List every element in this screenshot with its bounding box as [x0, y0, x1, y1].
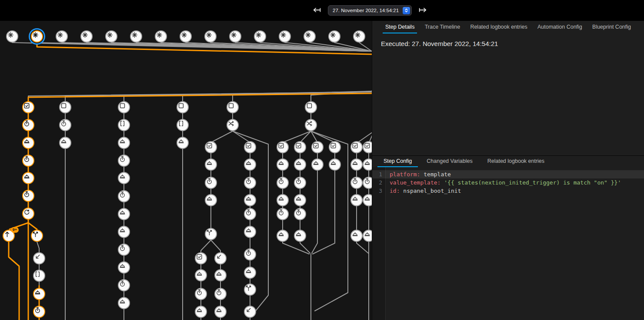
node-timer[interactable] — [277, 208, 289, 220]
node-checkbox-marked[interactable] — [195, 252, 207, 264]
node-service-bell[interactable] — [214, 269, 227, 281]
node-asterisk[interactable] — [31, 30, 43, 43]
node-service-bell[interactable] — [350, 194, 363, 206]
node-service-bell[interactable] — [118, 297, 130, 309]
node-service-bell[interactable] — [59, 137, 71, 149]
node-checkbox-blank[interactable] — [305, 101, 317, 113]
node-asterisk[interactable] — [279, 30, 291, 43]
trace-select[interactable]: 27. November 2022, 14:54:21 — [328, 5, 412, 16]
node-service-bell[interactable] — [294, 230, 306, 242]
node-timer[interactable] — [244, 208, 256, 220]
node-asterisk[interactable] — [229, 30, 241, 43]
tab-step-details[interactable]: Step Details — [383, 21, 417, 33]
node-asterisk[interactable] — [80, 30, 93, 43]
node-checkbox-blank[interactable] — [227, 101, 239, 113]
tab-trace-timeline[interactable]: Trace Timeline — [422, 21, 463, 33]
node-checkbox-marked[interactable] — [311, 141, 324, 153]
node-repeat[interactable] — [22, 208, 34, 220]
node-timer[interactable] — [350, 177, 363, 189]
node-asterisk[interactable] — [204, 30, 217, 43]
node-checkbox-marked[interactable] — [205, 141, 217, 153]
node-timer[interactable] — [22, 119, 34, 131]
node-service-bell[interactable] — [311, 158, 324, 171]
node-service-bell[interactable] — [214, 306, 227, 318]
node-arrow-bottom-left[interactable] — [214, 252, 227, 264]
tab-related-logbook-entries[interactable]: Related logbook entries — [467, 21, 530, 33]
node-arrow-bottom-left[interactable] — [33, 252, 45, 264]
node-timer[interactable] — [22, 190, 34, 202]
node-timer[interactable] — [59, 119, 71, 131]
node-checkbox-marked[interactable] — [329, 141, 341, 153]
node-service-bell[interactable] — [244, 226, 256, 238]
node-checkbox-blank[interactable] — [177, 101, 189, 113]
node-call-split[interactable] — [244, 284, 256, 296]
node-timer[interactable] — [294, 208, 306, 220]
node-service-bell[interactable] — [118, 208, 130, 220]
node-asterisk[interactable] — [155, 30, 167, 43]
node-asterisk[interactable] — [304, 30, 316, 43]
subtab-step-config[interactable]: Step Config — [377, 156, 418, 167]
node-service-bell[interactable] — [244, 267, 256, 279]
node-timer[interactable] — [118, 244, 130, 256]
node-asterisk[interactable] — [353, 30, 365, 43]
node-service-bell[interactable] — [277, 194, 289, 206]
node-service-bell[interactable] — [22, 137, 34, 149]
node-timer[interactable] — [22, 155, 34, 167]
node-timer[interactable] — [118, 155, 130, 167]
node-asterisk[interactable] — [180, 30, 192, 43]
node-service-bell[interactable] — [244, 158, 256, 171]
node-choose[interactable] — [227, 119, 239, 131]
node-checkbox-blank[interactable] — [59, 101, 71, 113]
node-timer[interactable] — [244, 248, 256, 261]
node-call-split[interactable] — [205, 228, 217, 240]
node-service-bell[interactable] — [33, 288, 45, 300]
node-checkbox-marked[interactable] — [294, 141, 306, 153]
node-checkbox-marked[interactable] — [22, 101, 34, 113]
node-service-bell[interactable] — [350, 230, 363, 242]
node-service-bell[interactable] — [350, 158, 363, 171]
node-checkbox-marked[interactable] — [244, 141, 256, 153]
node-service-bell[interactable] — [277, 230, 289, 242]
node-timer[interactable] — [244, 177, 256, 189]
node-service-bell[interactable] — [205, 158, 217, 171]
tab-automation-config[interactable]: Automation Config — [535, 21, 585, 33]
node-asterisk[interactable] — [56, 30, 68, 43]
node-timer[interactable] — [33, 306, 45, 318]
node-service-bell[interactable] — [277, 158, 289, 171]
node-service-bell[interactable] — [244, 194, 256, 206]
node-service-bell[interactable] — [195, 306, 207, 318]
node-timer[interactable] — [294, 177, 306, 189]
node-timer[interactable] — [277, 177, 289, 189]
node-timer[interactable] — [118, 279, 130, 291]
node-service-bell[interactable] — [118, 172, 130, 184]
subtab-related-logbook-entries[interactable]: Related logbook entries — [481, 156, 551, 167]
node-service-bell[interactable] — [195, 269, 207, 281]
node-timer[interactable] — [195, 288, 207, 300]
node-asterisk[interactable] — [105, 30, 117, 43]
node-code-brackets[interactable] — [33, 270, 45, 282]
node-asterisk[interactable] — [328, 30, 340, 43]
node-timer[interactable] — [118, 190, 130, 202]
subtab-changed-variables[interactable]: Changed Variables — [420, 156, 478, 167]
node-choose[interactable] — [305, 119, 317, 131]
node-asterisk[interactable] — [6, 30, 18, 43]
tab-blueprint-config[interactable]: Blueprint Config — [590, 21, 634, 33]
node-arrow-bottom-left[interactable] — [244, 306, 256, 318]
node-call-split[interactable] — [31, 230, 43, 242]
node-service-bell[interactable] — [177, 137, 189, 149]
node-service-bell[interactable] — [294, 158, 306, 171]
node-asterisk[interactable] — [254, 30, 266, 43]
node-timer[interactable] — [214, 288, 227, 300]
node-service-bell[interactable] — [118, 137, 130, 149]
node-checkbox-marked[interactable] — [277, 141, 289, 153]
node-service-bell[interactable] — [118, 226, 130, 238]
node-service-bell[interactable] — [205, 194, 217, 206]
next-trace-button[interactable] — [417, 6, 428, 15]
node-code-brackets[interactable] — [177, 119, 189, 131]
node-code-brackets[interactable] — [118, 119, 130, 131]
node-service-bell[interactable] — [294, 194, 306, 206]
node-checkbox-blank[interactable] — [118, 101, 130, 113]
node-service-bell[interactable] — [329, 158, 341, 171]
node-arrow-up[interactable]: 9+ — [3, 230, 15, 242]
node-checkbox-marked[interactable] — [350, 141, 363, 153]
